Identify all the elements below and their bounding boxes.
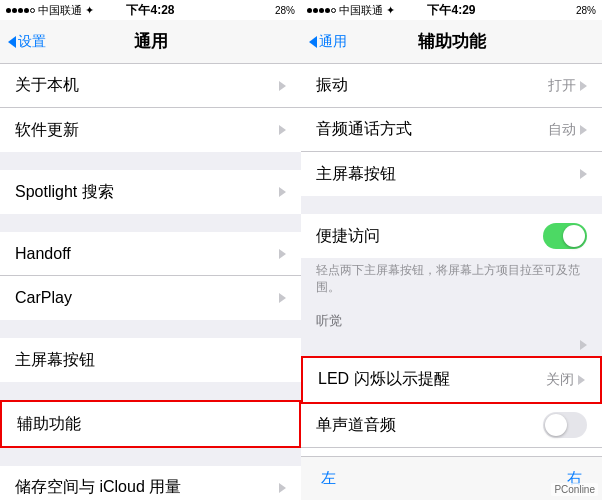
signal-icon-right [307, 8, 336, 13]
cell-right-software [279, 125, 286, 135]
cell-home-btn-r[interactable]: 主屏幕按钮 [301, 152, 602, 196]
section-3: Handoff CarPlay [0, 232, 301, 320]
cell-label-mono: 单声道音频 [316, 415, 396, 436]
status-bar-left: 中国联通 ✦ 下午4:28 28% [0, 0, 301, 20]
cell-right-led: 关闭 [546, 371, 585, 389]
cell-label-handoff: Handoff [15, 245, 71, 263]
cell-label-carplay: CarPlay [15, 289, 72, 307]
cell-led[interactable]: LED 闪烁以示提醒 关闭 [303, 358, 600, 402]
nav-bar-left: 设置 通用 [0, 20, 301, 64]
battery-left: 28% [275, 5, 295, 16]
signal-icon [6, 8, 35, 13]
nav-title-left: 通用 [134, 30, 168, 53]
cell-accessibility[interactable]: 辅助功能 [2, 402, 299, 446]
time-right: 下午4:29 [427, 2, 475, 19]
chevron-right-led [578, 375, 585, 385]
left-panel: 中国联通 ✦ 下午4:28 28% 设置 通用 关于本机 [0, 0, 301, 500]
back-chevron-left [8, 36, 16, 48]
cell-spotlight[interactable]: Spotlight 搜索 [0, 170, 301, 214]
chevron-right-spotlight [279, 187, 286, 197]
section-6: 储存空间与 iCloud 用量 后台应用刷新 [0, 466, 301, 500]
gap-1 [0, 152, 301, 170]
led-highlight-wrapper: LED 闪烁以示提醒 关闭 [301, 356, 602, 404]
gap-3 [0, 320, 301, 338]
nav-title-right: 辅助功能 [418, 30, 486, 53]
back-label-right: 通用 [319, 33, 347, 51]
cell-label-audio-call: 音频通话方式 [316, 119, 412, 140]
cell-label-software: 软件更新 [15, 120, 79, 141]
cell-storage[interactable]: 储存空间与 iCloud 用量 [0, 466, 301, 500]
wifi-icon: ✦ [85, 4, 94, 17]
section-r3 [301, 334, 602, 356]
toggle-thumb-quick-access [563, 225, 585, 247]
chevron-right-home-r [580, 169, 587, 179]
chevron-right-handoff [279, 249, 286, 259]
cell-label-home: 主屏幕按钮 [15, 350, 95, 371]
status-left: 中国联通 ✦ [6, 3, 94, 18]
cell-about[interactable]: 关于本机 [0, 64, 301, 108]
chevron-right-audio-call [580, 125, 587, 135]
status-left-right: 中国联通 ✦ [307, 3, 395, 18]
cell-right-audio-call: 自动 [548, 121, 587, 139]
cell-label-led: LED 闪烁以示提醒 [318, 369, 450, 390]
bottom-left-btn[interactable]: 左 [321, 469, 336, 488]
gap-r1 [301, 196, 602, 214]
more-arrow [316, 340, 587, 350]
toggle-mono[interactable] [543, 412, 587, 438]
status-bar-right: 中国联通 ✦ 下午4:29 28% [301, 0, 602, 20]
battery-right: 28% [576, 5, 596, 16]
carrier-right: 中国联通 [339, 3, 383, 18]
cell-label-quick-access: 便捷访问 [316, 226, 380, 247]
chevron-right-carplay [279, 293, 286, 303]
section-r4: 单声道音频 电话噪声消除 [301, 404, 602, 456]
watermark: PConline [551, 483, 598, 496]
chevron-right-about [279, 81, 286, 91]
cell-label-accessibility: 辅助功能 [17, 414, 81, 435]
back-chevron-right [309, 36, 317, 48]
cell-label-about: 关于本机 [15, 75, 79, 96]
cell-software-update[interactable]: 软件更新 [0, 108, 301, 152]
section-r1: 振动 打开 音频通话方式 自动 主屏幕按钮 [301, 64, 602, 196]
cell-vibration[interactable]: 振动 打开 [301, 64, 602, 108]
cell-label-storage: 储存空间与 iCloud 用量 [15, 477, 181, 498]
gap-2 [0, 214, 301, 232]
section-1: 关于本机 软件更新 [0, 64, 301, 152]
accessibility-list: 振动 打开 音频通话方式 自动 主屏幕按钮 [301, 64, 602, 456]
section-accessibility: 辅助功能 [0, 400, 301, 448]
section-r2: 便捷访问 [301, 214, 602, 258]
cell-right-home-r [580, 169, 587, 179]
toggle-thumb-mono [545, 414, 567, 436]
section-2: Spotlight 搜索 [0, 170, 301, 214]
section-4: 主屏幕按钮 [0, 338, 301, 382]
cell-label-spotlight: Spotlight 搜索 [15, 182, 114, 203]
cell-right-spotlight [279, 187, 286, 197]
subtitle-quick-access: 轻点两下主屏幕按钮，将屏幕上方项目拉至可及范围。 [301, 258, 602, 304]
led-value: 关闭 [546, 371, 574, 389]
toggle-quick-access[interactable] [543, 223, 587, 249]
cell-right-storage [279, 483, 286, 493]
cell-mono-audio[interactable]: 单声道音频 [301, 404, 602, 448]
cell-handoff[interactable]: Handoff [0, 232, 301, 276]
carrier-left: 中国联通 [38, 3, 82, 18]
cell-noise-cancel[interactable]: 电话噪声消除 [301, 448, 602, 456]
back-button-right[interactable]: 通用 [309, 33, 347, 51]
audio-call-value: 自动 [548, 121, 576, 139]
cell-audio-call[interactable]: 音频通话方式 自动 [301, 108, 602, 152]
cell-right-about [279, 81, 286, 91]
time-left: 下午4:28 [126, 2, 174, 19]
cell-label-vibration: 振动 [316, 75, 348, 96]
wifi-icon-right: ✦ [386, 4, 395, 17]
back-button-left[interactable]: 设置 [8, 33, 46, 51]
chevron-right-vibration [580, 81, 587, 91]
status-right-right: 28% [576, 5, 596, 16]
vibration-value: 打开 [548, 77, 576, 95]
cell-right-vibration: 打开 [548, 77, 587, 95]
cell-more-placeholder[interactable] [301, 334, 602, 356]
cell-quick-access[interactable]: 便捷访问 [301, 214, 602, 258]
gap-5 [0, 448, 301, 466]
section-label-hearing: 听觉 [301, 304, 602, 334]
cell-home-button[interactable]: 主屏幕按钮 [0, 338, 301, 382]
right-panel: 中国联通 ✦ 下午4:29 28% 通用 辅助功能 振动 打开 [301, 0, 602, 500]
cell-right-handoff [279, 249, 286, 259]
cell-carplay[interactable]: CarPlay [0, 276, 301, 320]
